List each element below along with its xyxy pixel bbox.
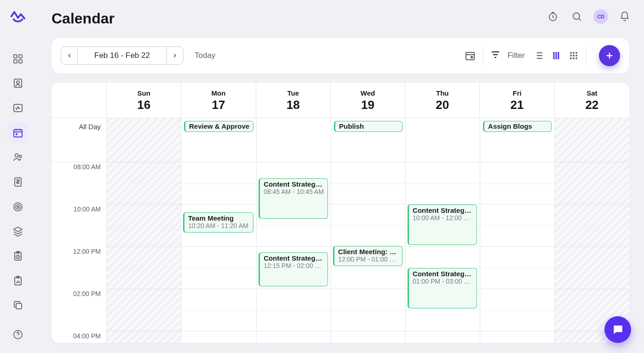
day-column: Publish Client Meeting: …12:00 PM - 01:0… xyxy=(331,118,406,343)
all-day-row[interactable] xyxy=(406,118,480,162)
timed-event-layer xyxy=(480,162,554,343)
nav-team[interactable] xyxy=(8,147,28,167)
nav-layers[interactable] xyxy=(8,222,28,242)
nav-billing[interactable] xyxy=(8,172,28,192)
svg-point-12 xyxy=(14,203,22,211)
day-header: Fri21 xyxy=(480,83,554,118)
nav-report-clipboard[interactable] xyxy=(8,271,28,291)
calendar-event[interactable]: Content Strateg…08:45 AM - 10:45 AM xyxy=(259,178,328,219)
svg-point-30 xyxy=(570,55,572,57)
bell-icon[interactable] xyxy=(617,9,632,24)
nav-help[interactable] xyxy=(8,325,28,345)
view-column-icon[interactable] xyxy=(551,50,562,61)
svg-rect-2 xyxy=(14,60,17,63)
day-column: Content Strateg…10:00 AM - 12:00 PMConte… xyxy=(406,118,480,343)
calendar-event[interactable]: Content Strateg…10:00 AM - 12:00 PM xyxy=(408,205,477,245)
calendar-event[interactable]: Content Strateg…01:00 PM - 03:00 PM xyxy=(408,268,477,308)
timed-event-layer: Content Strateg…08:45 AM - 10:45 AMConte… xyxy=(257,162,331,343)
day-header: Tue18 xyxy=(256,83,331,118)
svg-point-10 xyxy=(19,155,22,158)
view-list-icon[interactable] xyxy=(533,50,544,61)
svg-point-5 xyxy=(17,81,19,84)
day-header: Wed19 xyxy=(331,83,405,118)
day-column xyxy=(107,118,181,343)
svg-point-13 xyxy=(16,205,20,209)
nav-dashboard[interactable] xyxy=(8,49,28,69)
header-actions: CD xyxy=(546,9,632,24)
all-day-event[interactable]: Review & Approve xyxy=(184,121,253,132)
filter-icon xyxy=(490,49,501,62)
svg-point-35 xyxy=(575,57,577,59)
timer-icon[interactable] xyxy=(546,9,560,24)
hour-label: 04:00 PM xyxy=(52,331,106,343)
all-day-event[interactable]: Assign Blogs xyxy=(483,121,552,132)
svg-rect-1 xyxy=(19,55,22,58)
calendar-event[interactable]: Team Meeting10:20 AM - 11:20 AM xyxy=(183,212,253,233)
view-grid-icon[interactable] xyxy=(568,50,579,61)
day-header: Sat22 xyxy=(555,83,629,118)
svg-point-31 xyxy=(573,55,575,57)
nav-activity[interactable] xyxy=(8,98,28,118)
svg-rect-20 xyxy=(16,303,22,309)
svg-point-14 xyxy=(17,206,19,207)
timed-event-layer: Client Meeting: …12:00 PM - 01:00 PM xyxy=(331,162,405,343)
all-day-row[interactable] xyxy=(555,118,629,162)
svg-point-34 xyxy=(573,57,575,59)
svg-point-22 xyxy=(17,336,18,337)
all-day-row[interactable] xyxy=(107,118,181,162)
svg-point-32 xyxy=(575,55,577,57)
sidebar xyxy=(0,0,36,353)
all-day-row[interactable]: Publish xyxy=(331,118,405,162)
all-day-event[interactable]: Publish xyxy=(334,121,402,132)
date-range-nav: Feb 16 - Feb 22 xyxy=(61,46,184,65)
timed-event-layer: Content Strateg…10:00 AM - 12:00 PMConte… xyxy=(406,162,480,343)
all-day-row[interactable] xyxy=(257,118,331,162)
day-column: Assign Blogs xyxy=(480,118,555,343)
header-gutter xyxy=(52,83,107,118)
day-column xyxy=(555,118,629,343)
chat-fab[interactable] xyxy=(604,316,631,343)
nav-contact[interactable] xyxy=(8,73,28,93)
hour-label: 02:00 PM xyxy=(52,289,106,331)
nav-target[interactable] xyxy=(8,197,28,217)
day-header: Mon17 xyxy=(181,83,256,118)
svg-rect-25 xyxy=(466,52,474,60)
timed-event-layer xyxy=(107,162,181,343)
nav-time-clipboard[interactable] xyxy=(8,246,28,266)
avatar[interactable]: CD xyxy=(593,9,608,24)
add-button[interactable] xyxy=(599,45,620,66)
day-column: Content Strateg…08:45 AM - 10:45 AMConte… xyxy=(257,118,331,343)
day-header: Sun16 xyxy=(107,83,181,118)
mini-calendar-icon[interactable] xyxy=(464,49,477,62)
hour-label: 10:00 AM xyxy=(52,205,106,247)
nav-copy[interactable] xyxy=(8,296,28,316)
search-icon[interactable] xyxy=(569,9,584,24)
day-header: Thu20 xyxy=(405,83,480,118)
app-logo[interactable] xyxy=(8,6,28,26)
next-week-button[interactable] xyxy=(167,47,183,64)
page-title: Calendar xyxy=(52,10,115,27)
today-button[interactable]: Today xyxy=(195,51,215,60)
all-day-row[interactable]: Assign Blogs xyxy=(480,118,554,162)
svg-rect-26 xyxy=(471,56,473,58)
date-range-label[interactable]: Feb 16 - Feb 22 xyxy=(78,51,167,60)
filter-label: Filter xyxy=(507,51,525,60)
calendar-grid: Sun16Mon17Tue18Wed19Thu20Fri21Sat22 All … xyxy=(52,83,629,343)
svg-rect-0 xyxy=(14,55,17,58)
calendar-event[interactable]: Client Meeting: …12:00 PM - 01:00 PM xyxy=(333,246,402,266)
svg-rect-6 xyxy=(14,104,22,112)
nav-calendar[interactable] xyxy=(8,123,28,143)
svg-rect-3 xyxy=(19,60,22,63)
timed-event-layer: Team Meeting10:20 AM - 11:20 AM xyxy=(181,162,256,343)
svg-rect-7 xyxy=(14,130,22,137)
all-day-row[interactable]: Review & Approve xyxy=(181,118,256,162)
prev-week-button[interactable] xyxy=(61,47,78,64)
calendar-event[interactable]: Content Strateg…12:15 PM - 02:00 PM xyxy=(259,252,328,286)
svg-point-24 xyxy=(573,13,580,19)
svg-point-27 xyxy=(570,52,572,54)
view-switcher xyxy=(533,50,579,61)
filter-group[interactable]: Filter xyxy=(490,49,525,62)
day-column: Review & Approve Team Meeting10:20 AM - … xyxy=(181,118,257,343)
svg-point-9 xyxy=(15,154,18,157)
hour-label: 08:00 AM xyxy=(52,162,106,205)
